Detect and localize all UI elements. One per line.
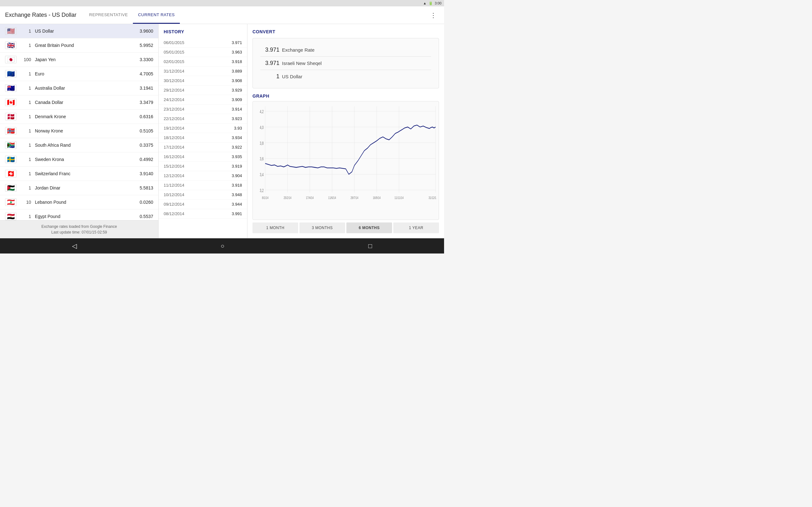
- convert-sheqel-row: 3.971 Israeli New Sheqel: [260, 57, 431, 70]
- rate-name: Australia Dollar: [35, 86, 140, 91]
- history-row: 29/12/2014 3.929: [159, 86, 247, 95]
- history-value: 3.889: [232, 69, 242, 73]
- history-date: 19/12/2014: [164, 126, 184, 130]
- history-row: 10/12/2014 3.948: [159, 190, 247, 200]
- history-row: 11/12/2014 3.918: [159, 181, 247, 190]
- history-value: 3.918: [232, 183, 242, 187]
- rate-qty: 100: [20, 57, 31, 62]
- svg-text:4,2: 4,2: [260, 109, 264, 114]
- rate-row[interactable]: 🇨🇭 1 Switzerland Franc 3.9140: [0, 167, 158, 181]
- rate-value: 3.3479: [140, 100, 153, 105]
- rate-row[interactable]: 🇯🇵 100 Japan Yen 3.3300: [0, 53, 158, 67]
- history-panel: HISTORY 06/01/2015 3.971 05/01/2015 3.96…: [159, 24, 247, 238]
- rate-value: 3.9600: [140, 29, 153, 34]
- rate-qty: 1: [20, 157, 31, 162]
- rate-qty: 1: [20, 43, 31, 48]
- flag-icon: 🇪🇺: [5, 70, 16, 78]
- history-date: 11/12/2014: [164, 183, 184, 187]
- exchange-rate-label: Exchange Rate: [282, 47, 315, 53]
- back-icon[interactable]: ◁: [64, 239, 84, 252]
- svg-text:8/1/14: 8/1/14: [262, 195, 269, 200]
- history-date: 10/12/2014: [164, 192, 184, 197]
- history-date: 12/12/2014: [164, 173, 184, 178]
- svg-text:29/7/14: 29/7/14: [351, 195, 358, 200]
- svg-text:25/2/14: 25/2/14: [284, 195, 292, 200]
- rate-name: Jordan Dinar: [35, 185, 140, 190]
- history-row: 09/12/2014 3.944: [159, 200, 247, 209]
- more-menu-icon[interactable]: ⋮: [427, 9, 439, 21]
- flag-icon: 🇪🇬: [5, 213, 16, 220]
- rate-value: 0.6316: [140, 114, 153, 119]
- tab-container: REPRESENTATIVE CURRENT RATES: [84, 6, 427, 24]
- svg-text:11/6/14: 11/6/14: [328, 195, 336, 200]
- rate-qty: 10: [20, 200, 31, 205]
- tab-current-rates[interactable]: CURRENT RATES: [133, 6, 180, 24]
- rates-footer: Exchange rates loaded from Google Financ…: [0, 220, 158, 238]
- tab-representative[interactable]: REPRESENTATIVE: [84, 6, 133, 24]
- rate-row[interactable]: 🇪🇺 1 Euro 4.7005: [0, 67, 158, 81]
- graph-btn-3months[interactable]: 3 MONTHS: [299, 222, 345, 233]
- graph-title: GRAPH: [252, 94, 439, 99]
- history-date: 15/12/2014: [164, 164, 184, 169]
- dollar-label: US Dollar: [282, 74, 302, 79]
- convert-exchange-rate-row: 3.971 Exchange Rate: [260, 43, 431, 57]
- footer-line2: Last update time: 07/01/15 02:59: [5, 229, 153, 235]
- rate-row[interactable]: 🇪🇬 1 Egypt Pound 0.5537: [0, 210, 158, 220]
- app-title: Exchange Rates - US Dollar: [5, 12, 77, 18]
- svg-text:3,2: 3,2: [260, 188, 264, 193]
- svg-text:3,8: 3,8: [260, 141, 264, 146]
- rate-name: Lebanon Pound: [35, 200, 140, 205]
- rate-row[interactable]: 🇱🇧 10 Lebanon Pound 0.0260: [0, 195, 158, 210]
- rate-value: 5.5813: [140, 185, 153, 190]
- rates-panel: 🇺🇸 1 US Dollar 3.9600 🇬🇧 1 Great Britain…: [0, 24, 159, 238]
- graph-section: GRAPH: [252, 94, 439, 233]
- nav-bar: ◁ ○ □: [0, 238, 444, 253]
- rate-row[interactable]: 🇺🇸 1 US Dollar 3.9600: [0, 24, 158, 38]
- flag-icon: 🇬🇧: [5, 42, 16, 49]
- flag-icon: 🇿🇦: [5, 141, 16, 149]
- convert-box: 3.971 Exchange Rate 3.971 Israeli New Sh…: [252, 38, 439, 89]
- history-date: 30/12/2014: [164, 78, 184, 83]
- history-date: 17/12/2014: [164, 145, 184, 150]
- graph-btn-6months[interactable]: 6 MONTHS: [346, 222, 392, 233]
- history-date: 02/01/2015: [164, 59, 184, 64]
- history-value: 3.919: [232, 164, 242, 169]
- history-date: 08/12/2014: [164, 211, 184, 216]
- history-value: 3.948: [232, 192, 242, 197]
- history-row: 02/01/2015 3.918: [159, 57, 247, 66]
- history-value: 3.971: [232, 40, 242, 45]
- history-row: 08/12/2014 3.991: [159, 209, 247, 219]
- rate-qty: 1: [20, 86, 31, 91]
- rate-row[interactable]: 🇳🇴 1 Norway Krone 0.5105: [0, 124, 158, 138]
- svg-text:17/4/14: 17/4/14: [306, 195, 314, 200]
- rate-row[interactable]: 🇬🇧 1 Great Britain Pound 5.9952: [0, 38, 158, 53]
- rate-value: 0.0260: [140, 200, 153, 205]
- rate-row[interactable]: 🇦🇺 1 Australia Dollar 3.1941: [0, 81, 158, 95]
- rate-row[interactable]: 🇩🇰 1 Denmark Krone 0.6316: [0, 110, 158, 124]
- recent-icon[interactable]: □: [361, 240, 380, 252]
- flag-icon: 🇦🇺: [5, 84, 16, 92]
- graph-container: 4,2 4,0 3,8 3,6 3,4 3,2 8/1/14 25/2/14 1…: [252, 101, 439, 220]
- flag-icon: 🇯🇵: [5, 56, 16, 63]
- rate-name: Denmark Krone: [35, 114, 140, 119]
- main-content: 🇺🇸 1 US Dollar 3.9600 🇬🇧 1 Great Britain…: [0, 24, 444, 238]
- rate-row[interactable]: 🇸🇪 1 Sweden Krona 0.4992: [0, 153, 158, 167]
- app-bar: Exchange Rates - US Dollar REPRESENTATIV…: [0, 6, 444, 24]
- rate-row[interactable]: 🇨🇦 1 Canada Dollar 3.3479: [0, 95, 158, 110]
- history-date: 09/12/2014: [164, 202, 184, 207]
- history-value: 3.93: [234, 126, 242, 130]
- status-bar: ▲ 🔋 3:00: [0, 0, 444, 6]
- rate-qty: 1: [20, 214, 31, 219]
- history-row: 24/12/2014 3.909: [159, 95, 247, 105]
- rate-name: Canada Dollar: [35, 100, 140, 105]
- history-date: 16/12/2014: [164, 154, 184, 159]
- history-row: 18/12/2014 3.934: [159, 133, 247, 143]
- history-row: 05/01/2015 3.963: [159, 48, 247, 57]
- rate-name: Switzerland Franc: [35, 171, 140, 176]
- rate-row[interactable]: 🇯🇴 1 Jordan Dinar 5.5813: [0, 181, 158, 195]
- graph-btn-1month[interactable]: 1 MONTH: [252, 222, 298, 233]
- history-value: 3.963: [232, 50, 242, 55]
- graph-btn-1year[interactable]: 1 YEAR: [393, 222, 439, 233]
- rate-row[interactable]: 🇿🇦 1 South Africa Rand 0.3375: [0, 138, 158, 153]
- home-icon[interactable]: ○: [213, 240, 232, 252]
